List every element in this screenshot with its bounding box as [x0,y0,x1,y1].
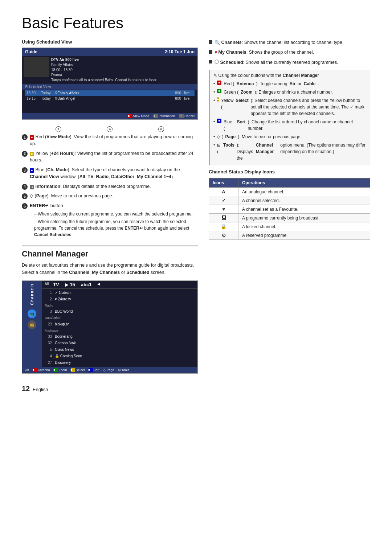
ch-footer-zoom: ■ Zoom [54,368,67,372]
bullet-text: Scheduled: Shows all the currently reser… [215,59,338,66]
ch-row: 2♥ 24ore.tv [42,296,197,303]
operation-cell: A channel set as a Favourite. [238,205,370,214]
channel-manager-title: Channel Manager [22,249,198,259]
enter-sub-item-1: When selecting the current programme, yo… [30,211,198,217]
guide-row: 18:30 Today ©Family Affairs 800 five [25,90,195,96]
item-number: 1 [22,134,28,140]
guide-row-day: Today [41,91,52,95]
green-btn-sub: ■ [217,89,221,93]
ch-row: 1✓ 1futech [42,290,197,296]
enter-sub-list: When selecting the current programme, yo… [30,211,198,238]
guide-row-prog: ©Family Affairs [55,91,168,95]
channel-manager-desc: Delete or set favourites channels and us… [22,262,198,276]
status-table-title: Channel Status Display Icons [209,169,370,174]
guide-thumbnail [24,57,49,77]
ch-main: All TV ▶ 15 abc1 ◀ 1✓ 1futech 2♥ 24ore.t… [42,281,197,367]
list-item-2: 2 ■ Yellow (+24 Hours): Viewing the list… [22,150,198,164]
table-row: ✓ A channel selected. [209,196,370,205]
icon-cell: A [209,188,238,196]
guide-section-label: Scheduled View [22,84,197,90]
guide-footer-viewmode: ■ View Mode [128,114,149,118]
page-title: Basic Features [22,15,370,32]
sub-bullet-list: ■ Red (Antenna): Toggle among Air or Cab… [213,81,367,161]
ch-icon-tv: 📺 [28,309,36,318]
table-row: 🔒 A locked channel. [209,222,370,231]
sub-bullet-tools: ⊞ (Tools): Displays the Channel Manager … [213,142,367,161]
ch-manager-footer: Air ■ Antenna ■ Zoom ■ Select ■ Sort ◇ P… [22,367,197,373]
list-item-6: 6 ENTER↵ button When selecting the curre… [22,202,198,239]
guide-row-ch: five [184,97,193,100]
ch-row: Radio [42,303,197,308]
guide-prog-title: DTV Air 800 five [51,57,159,62]
guide-footer-cancel: ↵ Cancel [179,114,195,118]
feature-list: 1 ■ Red (View Mode): View the list of pr… [22,134,198,239]
ch-row: 4🔒 Coming Soon [42,353,197,360]
sub-bullet-antenna: ■ Red (Antenna): Toggle among Air or Cab… [213,81,367,87]
guide-row-ch: five [184,91,193,95]
cancel-button-icon: ↵ [179,114,184,118]
item-body: ℹ Information: Displays details of the s… [30,183,198,190]
blue-btn: ■ [30,168,34,173]
guide-footer: ■ View Mode ℹ Information ↵ Cancel [22,113,197,119]
ch-footer-air: Air [25,368,29,372]
guide-header: Guide 2:10 Tue 1 Jun [22,48,197,56]
bullet-item-mychannels: ♥ My Channels: Shows the group of the ch… [209,49,370,56]
item-number: 6 [22,203,28,209]
guide-row-empty [25,107,195,112]
callout-1: 1 [56,126,61,132]
icon-cell: ✓ [209,196,238,205]
guide-row-day: Today [41,97,52,100]
list-item-5: 5 ◇ (Page): Move to next or previous pag… [22,193,198,200]
ch-sidebar: Channels 📺 📻 [22,281,42,367]
scheduled-view-subtitle: Using Scheduled View [22,39,198,45]
table-row: ⊙ A reserved programme. [209,231,370,240]
guide-program-info: DTV Air 800 five Family Affairs 18:00 - … [51,57,159,83]
icon-cell: ♥ [209,205,238,214]
ch-channel-name: abc1 [81,282,92,287]
icon-cell: 🔒 [209,222,238,231]
callout-row: 1 4 6 [22,125,198,134]
ch-sidebar-label: Channels [30,283,34,305]
green-btn-small: ■ [54,368,58,372]
left-column: Using Scheduled View Guide 2:10 Tue 1 Ju… [22,39,198,374]
guide-row-num: 800 [171,91,181,95]
callout-4: 4 [107,126,113,132]
clock-icon [215,59,219,64]
ch-footer-antenna: ■ Antenna [33,368,50,372]
ch-footer-sort: ■ Sort [89,368,100,372]
page-label: English [33,387,48,392]
ch-cat-tv: TV [53,282,59,287]
status-col-operations: Operations [238,178,370,188]
status-col-icons: Icons [209,178,238,188]
table-row: A An analogue channel. [209,188,370,196]
guide-schedule: 18:30 Today ©Family Affairs 800 five 19:… [22,90,197,113]
item-number: 4 [22,184,28,190]
table-row: ⛾ A programme currently being broadcast. [209,214,370,222]
page-number-block: 12 English [22,385,370,393]
guide-content: DTV Air 800 five Family Affairs 18:00 - … [22,56,197,84]
red-button-icon: ■ [128,114,132,118]
operation-cell: An analogue channel. [238,188,370,196]
item-number: 2 [22,151,28,157]
bullet-text: 🔍 Channels: Shows the channel list accor… [215,39,343,46]
right-bullet-list: 🔍 Channels: Shows the channel list accor… [209,39,370,66]
operation-cell: A reserved programme. [238,231,370,240]
guide-row-prog: ©Dark Angel [55,97,168,100]
list-item-1: 1 ■ Red (View Mode): View the list of pr… [22,134,198,147]
guide-prog-desc: Tanya confesses all to a stunned Babs. C… [51,78,159,83]
info-button-icon: ℹ [154,114,158,118]
heart-icon: ♥ [215,50,217,55]
item-body: ■ Blue (Ch. Mode): Select the type of ch… [30,167,198,180]
guide-row-time: 18:30 [26,91,38,95]
operation-cell: A programme currently being broadcast. [238,214,370,222]
guide-row-empty [25,101,195,107]
bullet-square-icon [209,60,212,63]
ch-manager-inner: Channels 📺 📻 All TV ▶ 15 abc1 ◀ 1✓ 1fute [22,281,197,367]
status-table: Icons Operations A An analogue channel. … [209,178,370,240]
ch-row: 33Boonerang [42,333,197,340]
bullet-item-scheduled: Scheduled: Shows all the currently reser… [209,59,370,66]
ch-footer-select: ■ Select [71,368,85,372]
bullet-square-icon [209,40,212,44]
sub-bullet-sort: ■ Blue (Sort): Change the list ordered b… [213,119,367,132]
ch-footer-tools: ⊞ Tools [118,368,129,372]
